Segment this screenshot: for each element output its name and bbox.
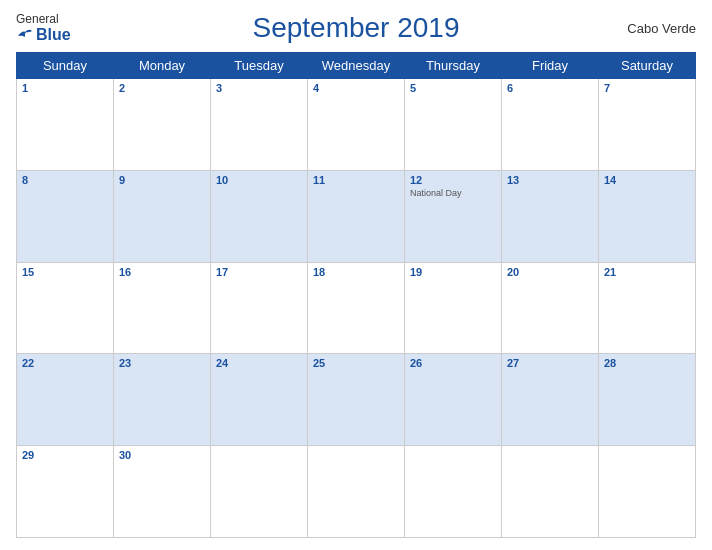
calendar-table: SundayMondayTuesdayWednesdayThursdayFrid… <box>16 52 696 538</box>
day-number: 24 <box>216 357 302 369</box>
calendar-cell-4-2: 23 <box>114 354 211 446</box>
day-number: 13 <box>507 174 593 186</box>
day-number: 15 <box>22 266 108 278</box>
calendar-cell-5-6 <box>502 446 599 538</box>
calendar-cell-3-7: 21 <box>599 262 696 354</box>
calendar-cell-5-4 <box>308 446 405 538</box>
weekday-header-row: SundayMondayTuesdayWednesdayThursdayFrid… <box>17 53 696 79</box>
day-number: 6 <box>507 82 593 94</box>
logo-blue-text: Blue <box>36 26 71 44</box>
weekday-header-monday: Monday <box>114 53 211 79</box>
calendar-cell-2-4: 11 <box>308 170 405 262</box>
day-number: 3 <box>216 82 302 94</box>
calendar-cell-3-3: 17 <box>211 262 308 354</box>
logo: General Blue <box>16 12 96 44</box>
calendar-cell-4-3: 24 <box>211 354 308 446</box>
day-number: 9 <box>119 174 205 186</box>
calendar-cell-2-6: 13 <box>502 170 599 262</box>
day-number: 7 <box>604 82 690 94</box>
calendar-cell-1-7: 7 <box>599 79 696 171</box>
calendar-cell-2-7: 14 <box>599 170 696 262</box>
calendar-cell-5-5 <box>405 446 502 538</box>
day-number: 25 <box>313 357 399 369</box>
calendar-cell-1-3: 3 <box>211 79 308 171</box>
weekday-header-saturday: Saturday <box>599 53 696 79</box>
day-number: 26 <box>410 357 496 369</box>
calendar-header: General Blue September 2019 Cabo Verde <box>16 12 696 44</box>
calendar-week-row-3: 15161718192021 <box>17 262 696 354</box>
day-number: 27 <box>507 357 593 369</box>
calendar-cell-5-7 <box>599 446 696 538</box>
calendar-cell-2-3: 10 <box>211 170 308 262</box>
logo-blue-container: Blue <box>16 26 71 44</box>
day-number: 5 <box>410 82 496 94</box>
country-name: Cabo Verde <box>616 21 696 36</box>
calendar-week-row-5: 2930 <box>17 446 696 538</box>
day-number: 2 <box>119 82 205 94</box>
day-number: 21 <box>604 266 690 278</box>
calendar-cell-5-3 <box>211 446 308 538</box>
day-number: 17 <box>216 266 302 278</box>
calendar-cell-3-1: 15 <box>17 262 114 354</box>
day-number: 28 <box>604 357 690 369</box>
calendar-cell-4-5: 26 <box>405 354 502 446</box>
calendar-cell-4-6: 27 <box>502 354 599 446</box>
month-title: September 2019 <box>96 12 616 44</box>
calendar-cell-4-7: 28 <box>599 354 696 446</box>
calendar-cell-3-5: 19 <box>405 262 502 354</box>
weekday-header-tuesday: Tuesday <box>211 53 308 79</box>
weekday-header-wednesday: Wednesday <box>308 53 405 79</box>
calendar-cell-1-5: 5 <box>405 79 502 171</box>
calendar-cell-2-2: 9 <box>114 170 211 262</box>
day-number: 10 <box>216 174 302 186</box>
day-number: 19 <box>410 266 496 278</box>
day-number: 14 <box>604 174 690 186</box>
calendar-week-row-1: 1234567 <box>17 79 696 171</box>
day-number: 18 <box>313 266 399 278</box>
day-number: 11 <box>313 174 399 186</box>
day-number: 12 <box>410 174 496 186</box>
calendar-cell-3-2: 16 <box>114 262 211 354</box>
day-number: 4 <box>313 82 399 94</box>
calendar-cell-4-4: 25 <box>308 354 405 446</box>
day-number: 20 <box>507 266 593 278</box>
day-number: 30 <box>119 449 205 461</box>
weekday-header-sunday: Sunday <box>17 53 114 79</box>
day-number: 22 <box>22 357 108 369</box>
day-number: 1 <box>22 82 108 94</box>
weekday-header-friday: Friday <box>502 53 599 79</box>
day-number: 8 <box>22 174 108 186</box>
logo-general-text: General <box>16 12 59 26</box>
calendar-cell-5-1: 29 <box>17 446 114 538</box>
calendar-cell-1-6: 6 <box>502 79 599 171</box>
day-number: 29 <box>22 449 108 461</box>
holiday-label: National Day <box>410 188 496 200</box>
calendar-cell-1-2: 2 <box>114 79 211 171</box>
calendar-cell-3-4: 18 <box>308 262 405 354</box>
calendar-week-row-4: 22232425262728 <box>17 354 696 446</box>
day-number: 23 <box>119 357 205 369</box>
calendar-cell-1-1: 1 <box>17 79 114 171</box>
calendar-cell-4-1: 22 <box>17 354 114 446</box>
calendar-cell-2-1: 8 <box>17 170 114 262</box>
day-number: 16 <box>119 266 205 278</box>
calendar-week-row-2: 89101112National Day1314 <box>17 170 696 262</box>
calendar-cell-2-5: 12National Day <box>405 170 502 262</box>
calendar-cell-5-2: 30 <box>114 446 211 538</box>
weekday-header-thursday: Thursday <box>405 53 502 79</box>
calendar-cell-1-4: 4 <box>308 79 405 171</box>
logo-bird-icon <box>16 28 34 42</box>
calendar-cell-3-6: 20 <box>502 262 599 354</box>
